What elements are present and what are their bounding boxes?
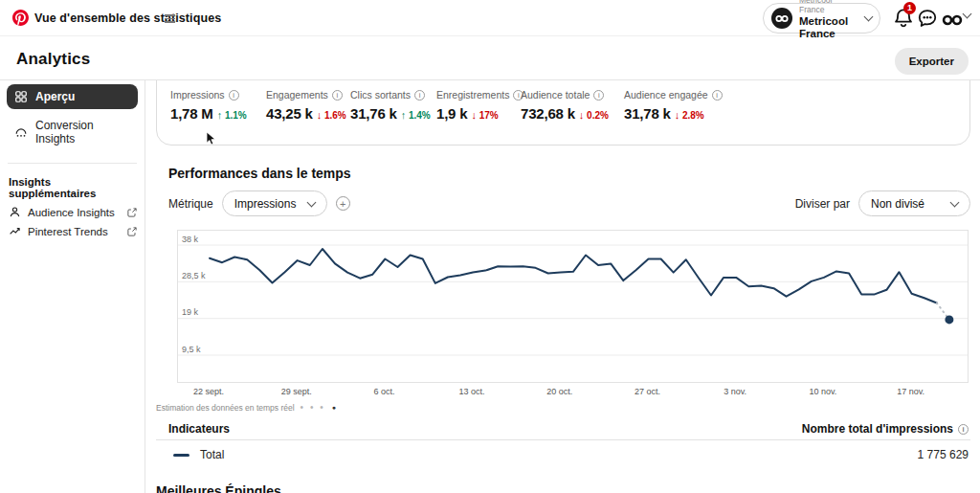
sidebar-item-label: Pinterest Trends [28,226,108,237]
x-axis-labels: 22 sept.29 sept.6 oct.13 oct.20 oct.27 o… [146,387,980,398]
sidebar-item-overview[interactable]: Aperçu [7,84,138,109]
x-axis-tick-label: 22 sept. [182,387,235,396]
metric-dropdown[interactable]: Impressions [222,190,327,216]
main-content: Impressions 1,78 M ↑ 1.1% Engagements 43… [146,80,980,493]
menu-icon[interactable] [165,12,175,23]
messages-icon[interactable] [917,8,938,29]
metric-delta: ↓ 0.2% [579,109,609,121]
table-divider [156,439,970,440]
info-icon[interactable] [593,90,604,101]
column-header-indicators: Indicateurs [168,422,230,436]
x-axis-tick-label: 27 oct. [621,387,675,396]
notification-badge: 1 [903,2,916,14]
metric-dropdown-value: Impressions [234,197,297,211]
person-icon [9,206,21,218]
metric-value: 43,25 k [266,105,313,122]
metric-delta: ↓ 2.8% [675,109,704,121]
x-axis-tick-label: 13 oct. [445,387,499,396]
sidebar-section-title: Insights supplémentaires [9,176,138,199]
metric-tile-saves: Enregistrements 1,9 k ↓ 17% [436,89,521,122]
line-chart: 38 k28,5 k19 k9,5 k [177,230,969,383]
split-dropdown-value: Non divisé [871,197,924,211]
trend-arrow-icon: ↓ [579,109,585,121]
sidebar: Aperçu Conversion Insights Insights supp… [0,80,145,493]
gauge-icon [14,125,28,139]
split-control: Diviser par Non divisé [795,190,970,216]
top-bar: Vue d'ensemble des statistiques Metricoo… [0,0,980,36]
trending-up-icon [9,225,21,237]
estimation-note: Estimation des données en temps réel • •… [156,402,336,413]
trend-arrow-icon: ↑ [217,109,223,121]
metricool-icon[interactable] [942,10,963,31]
metric-value: 732,68 k [521,105,575,122]
sidebar-item-audience-insights[interactable]: Audience Insights [9,206,138,218]
info-icon[interactable] [332,90,343,101]
split-by-dropdown[interactable]: Non divisé [858,190,970,216]
sidebar-divider [8,163,137,164]
dashed-line-legend-icon: • • • [301,402,326,413]
svg-text:9,5 k: 9,5 k [182,345,201,354]
svg-text:28,5 k: 28,5 k [182,271,206,280]
metric-tile-engaged-audience: Audience engagée 31,78 k ↓ 2.8% [624,89,739,122]
metric-delta: ↓ 1.6% [317,109,346,121]
trend-arrow-icon: ↓ [675,109,680,121]
x-axis-tick-label: 17 nov. [884,387,938,396]
svg-text:38 k: 38 k [182,235,199,244]
app-title: Vue d'ensemble des statistiques [34,11,221,25]
metric-tile-total-audience: Audience totale 732,68 k ↓ 0.2% [521,89,624,122]
chevron-down-icon [864,12,874,22]
metric-label: Audience totale [521,89,590,101]
svg-text:19 k: 19 k [182,307,199,317]
sidebar-item-label: Audience Insights [28,207,115,218]
info-icon[interactable] [229,90,239,101]
metric-dropdown-label: Métrique [168,197,213,211]
external-link-icon [126,226,138,237]
account-selector[interactable]: Metricool France Metricool France [763,3,880,34]
metric-label: Engagements [266,89,328,101]
metric-value: 1,9 k [436,105,467,122]
sidebar-item-label: Conversion Insights [35,119,130,146]
metric-value: 31,78 k [624,105,671,122]
x-axis-tick-label: 3 nov. [708,387,762,396]
column-header-total-impressions: Nombre total d'impressions [802,422,953,436]
external-link-icon [126,207,138,218]
info-icon[interactable] [958,424,969,435]
metric-value: 1,78 M [170,105,213,122]
chevron-down-icon [306,197,316,207]
metric-tile-outbound-clicks: Clics sortants 31,76 k ↑ 1.4% [350,89,436,122]
metric-label: Clics sortants [350,89,411,101]
x-axis-tick-label: 6 oct. [357,387,411,396]
metric-tile-engagements: Engagements 43,25 k ↓ 1.6% [266,89,350,122]
x-axis-tick-label: 29 sept. [270,387,323,396]
info-icon[interactable] [712,90,723,101]
section-title-performance: Performances dans le temps [168,166,351,181]
indicators-table-header: Indicateurs Nombre total d'impressions [156,422,970,436]
metrics-row: Impressions 1,78 M ↑ 1.1% Engagements 43… [170,89,739,122]
export-button[interactable]: Exporter [895,48,969,75]
metric-label: Enregistrements [436,89,509,101]
table-row: Total 1 775 629 [156,448,970,461]
account-avatar [771,8,792,29]
metric-value: 31,76 k [350,105,397,122]
split-dropdown-label: Diviser par [795,197,850,211]
metric-delta: ↑ 1.4% [401,109,431,121]
info-icon[interactable] [414,90,425,101]
account-name: Metricool France [799,15,858,40]
account-company: Metricool France [799,0,858,15]
x-axis-tick-label: 10 nov. [796,387,850,396]
sidebar-item-conversion-insights[interactable]: Conversion Insights [7,113,138,151]
trend-arrow-icon: ↑ [401,109,407,121]
sidebar-item-label: Aperçu [35,90,75,103]
sidebar-item-pinterest-trends[interactable]: Pinterest Trends [9,225,138,237]
add-metric-button[interactable]: + [336,196,350,211]
series-color-swatch [173,454,189,457]
row-value: 1 775 629 [918,448,969,461]
row-label: Total [200,448,224,461]
metric-label: Impressions [170,89,225,101]
grid-icon [14,90,28,103]
section-title-top-pins: Meilleures Épingles [156,483,281,493]
metric-tile-impressions: Impressions 1,78 M ↑ 1.1% [170,89,266,122]
trend-arrow-icon: ↓ [471,109,477,121]
x-axis-tick-label: 20 oct. [533,387,587,396]
topbar-chevron-down-icon[interactable] [963,10,972,19]
